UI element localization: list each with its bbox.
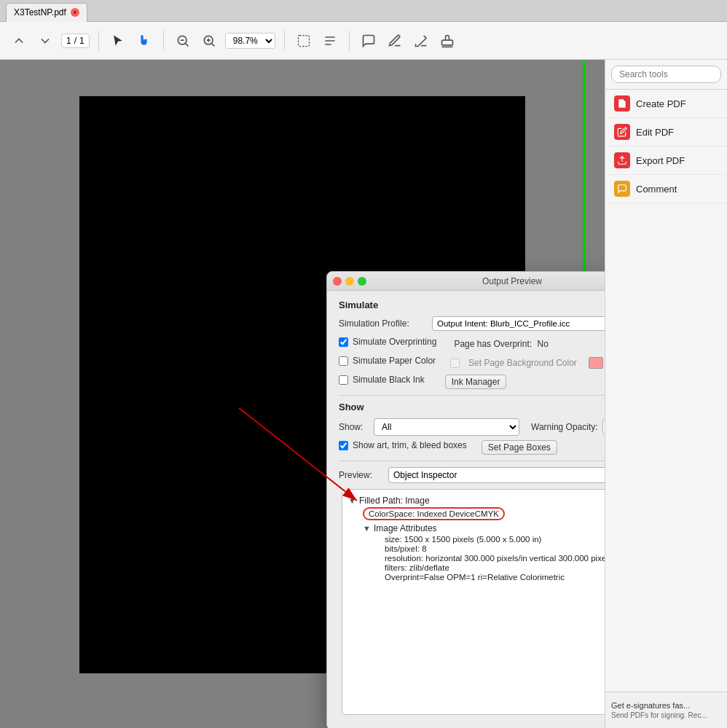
dialog-maximize-button[interactable] [358, 277, 366, 286]
right-panel: Create PDF Edit PDF Export PDF Comment G… [605, 60, 727, 728]
simulation-profile-value: Output Intent: Blurb_ICC_Profile.icc [437, 319, 570, 328]
simulate-paper-color-label: Simulate Paper Color [353, 356, 436, 366]
warning-row: Warning Opacity: % [531, 420, 605, 434]
svg-rect-8 [441, 40, 452, 45]
show-select[interactable]: All [374, 418, 519, 436]
highlight-button[interactable] [411, 31, 431, 51]
page-current: 1 [66, 36, 71, 46]
nav-down-button[interactable] [35, 31, 55, 51]
create-pdf-icon [614, 95, 630, 111]
marquee-tool-button[interactable] [294, 31, 314, 51]
separator-2 [163, 31, 164, 51]
simulate-overprinting-checkbox[interactable] [339, 337, 348, 347]
bits-label: bits/pixel: 8 [385, 544, 605, 553]
comment-label: Comment [636, 184, 677, 195]
svg-line-4 [211, 43, 214, 46]
page-total: 1 [79, 36, 85, 46]
resolution-label: resolution: horizontal 300.000 pixels/in… [385, 554, 605, 563]
simulation-profile-label: Simulation Profile: [339, 318, 426, 329]
tab-title: X3TestNP.pdf [14, 7, 66, 17]
zoom-in-button[interactable] [199, 31, 219, 51]
tree-arrow-image-attrs[interactable]: ▼ [363, 524, 371, 533]
show-row: Show: All [339, 418, 519, 436]
edit-pdf-label: Edit PDF [636, 127, 674, 138]
simulate-paper-color-checkbox[interactable] [339, 356, 348, 366]
dialog-body: Simulate Simulation Profile: Output Inte… [327, 291, 605, 728]
select-tool-button[interactable] [108, 31, 128, 51]
preview-label: Preview: [339, 470, 382, 480]
simulate-black-ink-row: Simulate Black Ink [339, 375, 425, 385]
tab-close-button[interactable]: × [71, 8, 79, 17]
preview-select[interactable]: Object Inspector ▼ [388, 467, 605, 483]
dialog-minimize-button[interactable] [345, 277, 354, 286]
simulate-black-ink-checkbox[interactable] [339, 375, 348, 385]
show-art-trim-checkbox[interactable] [339, 441, 348, 450]
create-pdf-tool[interactable]: Create PDF [605, 90, 727, 118]
zoom-select[interactable]: 98.7% 50% 75% 100% 150% [225, 33, 275, 49]
stamp-button[interactable] [437, 31, 457, 51]
separator-1 [98, 31, 99, 51]
simulate-overprinting-row: Simulate Overprinting [339, 337, 436, 347]
inspector-area: ▼ Filled Path: Image ColorSpace: Indexed… [342, 489, 605, 715]
warning-opacity-input[interactable] [602, 420, 605, 434]
tree-colorspace-row: ColorSpace: Indexed DeviceCMYK [363, 507, 605, 520]
zoom-out-button[interactable] [173, 31, 193, 51]
nav-up-button[interactable] [9, 31, 29, 51]
dialog-titlebar: Output Preview [327, 272, 605, 291]
colorspace-label: ColorSpace: Indexed DeviceCMYK [363, 507, 505, 520]
show-section-title: Show [339, 402, 605, 412]
tab-bar: X3TestNP.pdf × [0, 0, 727, 22]
filters-label: filters: zlib/deflate [385, 563, 605, 572]
simulate-black-ink-label: Simulate Black Ink [353, 375, 425, 385]
set-page-bg-color-checkbox [450, 359, 460, 368]
warning-opacity-label: Warning Opacity: [531, 422, 598, 432]
divider-1 [339, 395, 605, 396]
set-page-boxes-button[interactable]: Set Page Boxes [482, 440, 557, 455]
comment-tool-icon [614, 181, 630, 197]
promo-section: Get e-signatures fas... Send PDFs for si… [605, 692, 727, 728]
page-has-overprint-label: Page has Overprint: No [454, 339, 548, 349]
size-label: size: 1500 x 1500 pixels (5.000 x 5.000 … [385, 535, 605, 544]
export-pdf-tool[interactable]: Export PDF [605, 146, 727, 175]
output-preview-dialog: Output Preview Simulate Simulation Profi… [326, 271, 605, 728]
svg-line-1 [185, 43, 188, 46]
tree-arrow-filled-path[interactable]: ▼ [348, 496, 356, 505]
divider-2 [339, 461, 605, 461]
simulate-overprinting-label: Simulate Overprinting [353, 337, 436, 347]
simulation-profile-row: Simulation Profile: Output Intent: Blurb… [339, 316, 605, 331]
color-swatch[interactable] [589, 357, 603, 369]
pdf-tab[interactable]: X3TestNP.pdf × [6, 3, 87, 22]
simulate-paper-color-row: Simulate Paper Color [339, 356, 436, 366]
comment-button[interactable] [358, 31, 379, 51]
show-art-trim-label: Show art, trim, & bleed boxes [353, 440, 467, 450]
main-layout: Output Preview Simulate Simulation Profi… [0, 60, 727, 728]
pen-button[interactable] [385, 31, 405, 51]
image-attributes-label: Image Attributes [374, 523, 437, 533]
create-pdf-label: Create PDF [636, 98, 686, 109]
preview-row: Preview: Object Inspector ▼ [339, 467, 605, 483]
select-text-button[interactable] [320, 31, 340, 51]
pdf-area: Output Preview Simulate Simulation Profi… [0, 60, 605, 728]
dialog-title: Output Preview [482, 276, 542, 286]
overprint-label: Overprint=False OPM=1 ri=Relative Colori… [385, 573, 605, 582]
hand-tool-button[interactable] [134, 31, 154, 51]
search-tools-input[interactable] [611, 66, 721, 83]
filled-path-label: Filled Path: Image [359, 496, 430, 506]
edit-pdf-tool[interactable]: Edit PDF [605, 118, 727, 146]
promo-sub: Send PDFs for signing. Rec... [611, 711, 721, 719]
comment-tool[interactable]: Comment [605, 175, 727, 203]
simulation-profile-select[interactable]: Output Intent: Blurb_ICC_Profile.icc ▼ [432, 316, 605, 331]
svg-rect-7 [298, 35, 309, 46]
dialog-close-button[interactable] [333, 277, 342, 286]
dialog-controls [333, 277, 366, 286]
ink-manager-button[interactable]: Ink Manager [445, 375, 507, 389]
preview-value: Object Inspector [393, 470, 457, 480]
show-art-trim-row: Show art, trim, & bleed boxes [339, 440, 467, 450]
export-pdf-label: Export PDF [636, 155, 685, 166]
search-tools-box [605, 60, 727, 90]
show-label: Show: [339, 422, 368, 432]
separator-3 [284, 31, 285, 51]
set-page-bg-color-label: Set Page Background Color [468, 358, 577, 368]
separator-4 [349, 31, 350, 51]
simulate-section-title: Simulate [339, 300, 605, 310]
